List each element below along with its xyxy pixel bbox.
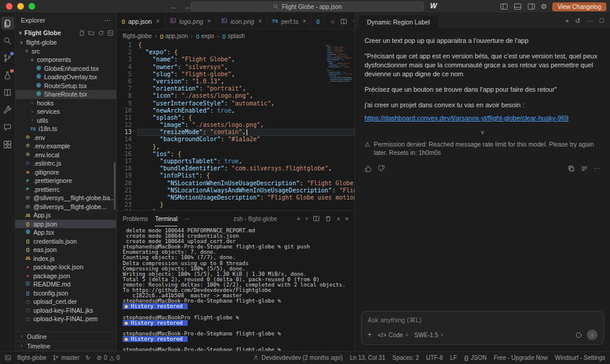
activity-chat-icon[interactable]	[1, 120, 14, 133]
send-button[interactable]: ↑	[587, 329, 597, 340]
kill-terminal-icon[interactable]	[325, 215, 332, 222]
open-in-editor-icon[interactable]: ▢	[599, 17, 604, 25]
editor-tab[interactable]: {}app.json×	[117, 13, 165, 29]
folder-item[interactable]: ∨src	[15, 47, 116, 56]
new-folder-icon[interactable]	[88, 30, 95, 36]
close-tab-icon[interactable]: ×	[156, 18, 160, 24]
toggle-secondary-sidebar-icon[interactable]	[527, 2, 536, 11]
close-tab-icon[interactable]: ×	[259, 18, 262, 24]
split-editor-icon[interactable]	[340, 18, 347, 25]
plan-upgrade[interactable]: Free - Upgrade Now	[494, 354, 548, 361]
history-forward-icon[interactable]: →	[184, 3, 191, 10]
file-item[interactable]: ShareRoute.tsx	[15, 90, 116, 99]
model-selector[interactable]: SWE-1.5 ∨	[415, 332, 444, 338]
panel-more-tabs-icon[interactable]: ⋯	[185, 216, 191, 222]
attach-icon[interactable]: +	[368, 331, 372, 339]
terminal-output[interactable]: delete mode 100644 PERFORMANCE_REPORT.md…	[117, 226, 354, 351]
tab-problems[interactable]: Problems	[123, 211, 148, 226]
file-item[interactable]: {}credentials.json	[15, 237, 116, 246]
editor-tab[interactable]: logo.png×	[165, 13, 216, 29]
file-item[interactable]: JSApp.js	[15, 211, 116, 220]
folder-item[interactable]: ∨flight-globe	[15, 38, 116, 47]
file-item[interactable]: ▢upload-key-FINAL.jks	[15, 306, 116, 315]
breadcrumb-item[interactable]: {}app.json	[160, 33, 188, 39]
zoom-window-button[interactable]	[29, 3, 35, 10]
message-more-icon[interactable]: ⋯	[594, 164, 600, 173]
file-item[interactable]: ⓂREADME.md	[15, 280, 116, 289]
file-item[interactable]: ▢upload-key-FINAL.pem	[15, 315, 116, 323]
file-item[interactable]: ⚙.env	[15, 133, 116, 142]
file-item[interactable]: {}eas.json	[15, 245, 116, 254]
file-item[interactable]: {}app.json	[15, 220, 116, 229]
usage-ring-icon[interactable]	[575, 331, 583, 339]
file-item[interactable]: P.prettierignore	[15, 176, 116, 185]
file-item[interactable]: @@silversys__flight-globe.ba...	[15, 194, 116, 203]
editor-tab[interactable]: TSperf.ts×	[267, 13, 311, 29]
sidebar-scrollbar[interactable]	[114, 162, 116, 210]
file-item[interactable]: ⚙.env.example	[15, 142, 116, 151]
convex-dashboard-link[interactable]: https://dashboard.convex.dev/t/arsanox-y…	[365, 114, 600, 123]
problems-indicator[interactable]: ⊘ 0 △ 0	[97, 354, 120, 361]
workspace-section-header[interactable]: ∨ Flight Globe	[15, 27, 116, 38]
thumbs-down-icon[interactable]	[378, 165, 385, 172]
breadcrumb-item[interactable]: {}splash	[222, 33, 245, 39]
maximize-panel-icon[interactable]: ∧	[337, 216, 340, 222]
activity-tests-icon[interactable]	[1, 69, 14, 82]
activity-search-icon[interactable]	[1, 34, 14, 47]
command-center-search[interactable]: Flight Globe - app.json	[191, 2, 424, 11]
collapse-message-icon[interactable]: ∨	[365, 127, 600, 136]
cursor-position[interactable]: Ln 13, Col 31	[350, 354, 385, 361]
chat-input-box[interactable]: + </> Code ∨ SWE-1.5 ∨ ↑	[361, 311, 604, 345]
folder-item[interactable]: ∨components	[15, 55, 116, 64]
settings-gear-icon[interactable]: ⚙	[541, 2, 547, 11]
tab-terminal[interactable]: Terminal	[155, 211, 178, 226]
open-changes-icon[interactable]: ○	[331, 18, 335, 25]
chat-tab[interactable]: Dynamic Region Label	[359, 15, 438, 29]
history-back-icon[interactable]: ←	[170, 3, 177, 10]
chat-history-icon[interactable]: ↺	[575, 17, 580, 25]
close-tab-icon[interactable]: ×	[303, 18, 306, 24]
file-item[interactable]: ■package-lock.json	[15, 263, 116, 272]
file-item[interactable]: LoadingOverlay.tsx	[15, 73, 116, 82]
file-item[interactable]: RouteSetup.tsx	[15, 82, 116, 91]
minimize-window-button[interactable]	[17, 3, 24, 10]
outline-section[interactable]: › Outline	[15, 332, 116, 341]
git-blame[interactable]: Devdevdevdev (2 months ago)	[253, 354, 343, 361]
new-file-icon[interactable]	[79, 30, 85, 36]
copy-message-icon[interactable]	[568, 165, 575, 172]
file-item[interactable]: P.prettierrc	[15, 185, 116, 194]
file-item[interactable]: {}tsconfig.json	[15, 289, 116, 298]
file-item[interactable]: JSindex.js	[15, 254, 116, 263]
branch-indicator[interactable]: master	[52, 354, 80, 361]
editor-tab[interactable]: {}	[312, 13, 325, 29]
split-terminal-icon[interactable]	[313, 215, 320, 222]
file-item[interactable]: ▢upload_cert.der	[15, 297, 116, 306]
message-outline-icon[interactable]	[581, 165, 588, 172]
breadcrumb-item[interactable]: flight-globe	[123, 33, 152, 39]
chat-input[interactable]	[368, 316, 597, 323]
close-tab-icon[interactable]: ×	[207, 18, 211, 24]
activity-tools-icon[interactable]	[1, 103, 14, 116]
chat-more-options-icon[interactable]: ⋯	[586, 17, 593, 25]
code-editor[interactable]: 123456789101112131415161718192021222324 …	[117, 42, 354, 210]
view-changelog-button[interactable]: View Changelog	[552, 2, 606, 11]
thumbs-up-icon[interactable]	[365, 165, 372, 172]
timeline-section[interactable]: › Timeline	[15, 341, 116, 351]
activity-explorer-icon[interactable]	[1, 17, 14, 30]
file-item[interactable]: ◇.eslintrc.js	[15, 159, 116, 168]
close-panel-icon[interactable]: ×	[345, 216, 348, 222]
folder-item[interactable]: ›services	[15, 107, 116, 116]
eol-selector[interactable]: LF	[450, 354, 458, 361]
breadcrumb-item[interactable]: {}expo	[196, 33, 214, 39]
activity-extensions-icon[interactable]	[1, 138, 14, 151]
toggle-sidebar-icon[interactable]	[500, 2, 508, 11]
file-item[interactable]: App.tsx	[15, 228, 116, 237]
language-mode[interactable]: {} JSON	[464, 354, 487, 361]
file-item[interactable]: GlobeEnhanced.tsx	[15, 64, 116, 73]
windsurf-settings[interactable]: Windsurf - Settings	[555, 354, 605, 361]
refresh-explorer-icon[interactable]	[98, 30, 104, 36]
collapse-folders-icon[interactable]	[107, 30, 114, 36]
project-name[interactable]: flight-globe	[17, 354, 46, 361]
activity-source-control-icon[interactable]	[1, 51, 14, 64]
remote-indicator[interactable]	[5, 354, 11, 361]
